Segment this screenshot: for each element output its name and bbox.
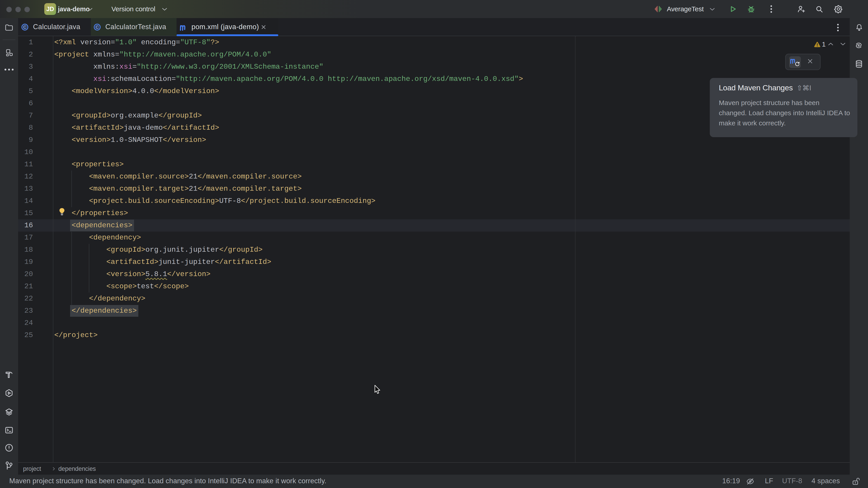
svg-text:C: C	[96, 25, 99, 30]
svg-text:C: C	[23, 25, 26, 30]
